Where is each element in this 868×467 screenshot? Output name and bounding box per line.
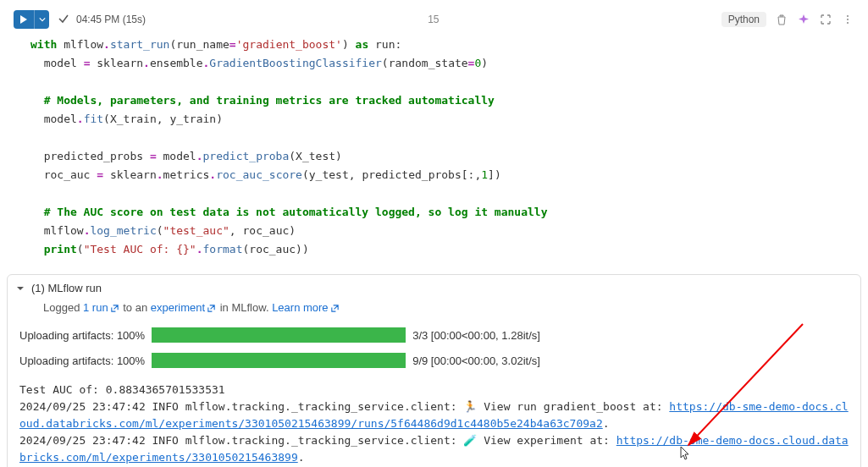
mlflow-title: (1) MLflow run (31, 282, 102, 294)
progress-label: Uploading artifacts: 100% (19, 329, 145, 342)
svg-point-2 (847, 22, 849, 24)
progress-row: Uploading artifacts: 100% 3/3 [00:00<00:… (8, 322, 860, 348)
cell-number: 15 (146, 14, 721, 25)
run-button[interactable] (14, 10, 34, 29)
experiment-link[interactable]: experiment (151, 301, 217, 314)
run-timestamp: 04:45 PM (15s) (76, 14, 146, 25)
run-button-group (14, 10, 49, 29)
mlflow-run-header[interactable]: (1) MLflow run (8, 275, 860, 301)
svg-point-0 (847, 15, 849, 17)
ai-sparkle-icon[interactable] (797, 13, 810, 26)
chevron-down-icon (16, 284, 26, 293)
progress-label: Uploading artifacts: 100% (19, 354, 145, 367)
svg-point-1 (847, 19, 849, 20)
external-link-icon (110, 304, 120, 314)
expand-icon[interactable] (819, 13, 832, 26)
run-menu-chevron[interactable] (34, 10, 49, 29)
console-line: 2024/09/25 23:47:42 INFO mlflow.tracking… (19, 398, 849, 432)
kebab-menu-icon[interactable] (841, 13, 854, 26)
progress-bar (152, 353, 406, 368)
console-line: 2024/09/25 23:47:42 INFO mlflow.tracking… (19, 432, 849, 466)
external-link-icon (207, 304, 217, 314)
progress-row: Uploading artifacts: 100% 9/9 [00:00<00:… (8, 348, 860, 373)
delete-icon[interactable] (775, 13, 788, 26)
learn-more-link[interactable]: Learn more (272, 301, 340, 314)
mlflow-summary: Logged 1 run to an experiment in MLflow.… (8, 301, 860, 322)
stdout-console: Test AUC of: 0.8834365701533531 2024/09/… (8, 373, 860, 467)
output-panel: (1) MLflow run Logged 1 run to an experi… (7, 274, 861, 467)
status-check-icon (58, 13, 69, 27)
run-link[interactable]: 1 run (83, 301, 120, 314)
console-line: Test AUC of: 0.8834365701533531 (19, 382, 849, 398)
progress-bar (152, 327, 406, 343)
cell-header: 04:45 PM (15s) 15 Python (7, 7, 861, 32)
cursor-pointer-icon (678, 445, 692, 464)
code-editor[interactable]: with mlflow.start_run(run_name='gradient… (7, 32, 861, 269)
progress-stats: 3/3 [00:00<00:00, 1.28it/s] (412, 329, 540, 342)
language-badge[interactable]: Python (721, 12, 766, 27)
external-link-icon (330, 304, 340, 314)
progress-stats: 9/9 [00:00<00:00, 3.02it/s] (412, 354, 540, 367)
